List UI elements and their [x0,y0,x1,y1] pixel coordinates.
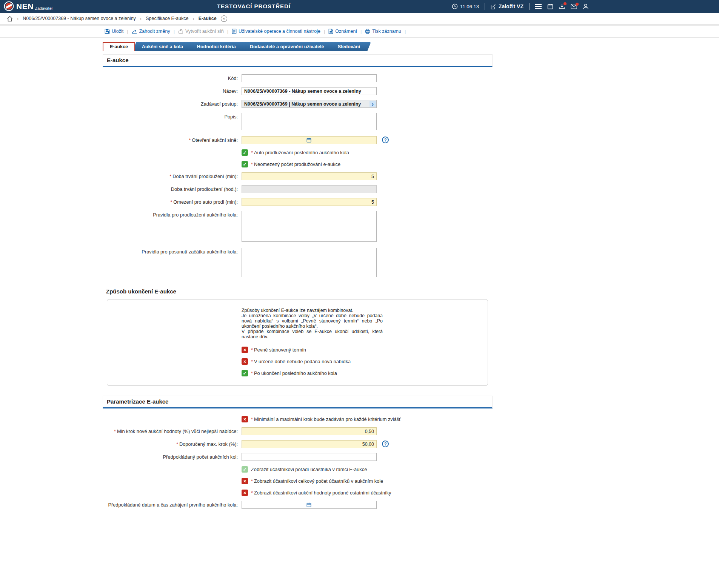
checkbox-label-aukcni-hodnoty-ostatnich: *Zobrazit účastníkovi aukční hodnoty pod… [251,490,391,496]
kod-input[interactable] [242,74,377,82]
checkbox-auto-prodluzovani[interactable]: ✓ [242,149,248,156]
max-krok-label: *Doporučený max. krok (%): [103,440,242,447]
document-gear-icon [232,29,237,34]
checkbox-v-urcene-dobe[interactable]: × [242,358,248,365]
save-label: Uložit [112,29,123,34]
clock-group: 11:06:13 [452,3,479,9]
save-icon [105,29,110,34]
announcement-button[interactable]: Oznámení [328,29,357,34]
breadcrumb: › N006/25/V00007369 - Nákup semen ovoce … [0,13,719,24]
doba-trvani-min-input[interactable] [242,172,377,180]
checkbox-po-ukonceni-kola[interactable]: ✓ [242,370,248,376]
breadcrumb-item-vz[interactable]: N006/25/V00007369 - Nákup semen ovoce a … [23,16,136,21]
min-krok-input[interactable] [242,427,377,435]
pravidla-posunuti-textarea[interactable] [242,248,377,277]
tab-label: E-aukce [110,44,128,49]
tab-label: Hodnotící kritéria [197,42,236,51]
omezeni-auto-prodl-label: *Omezení pro auto prodl (min): [103,198,242,205]
person-icon [583,3,589,9]
max-krok-input[interactable] [242,440,377,448]
e-aukce-form: Kód: Název: Zadávací postup: › Popis: [103,67,493,278]
nazev-label: Název: [103,87,242,94]
tab-label: Aukční síně a kola [142,42,183,51]
checkbox-label-po-ukonceni-kola: *Po ukončení posledního aukčního kola [251,370,337,376]
tab-hodnotici-kriteria[interactable]: Hodnotící kritéria [188,42,246,51]
doba-trvani-min-label: *Doba trvání prodloužení (min): [103,172,242,179]
print-record-label: Tisk záznamu [372,29,401,34]
pravidla-prodlouzeni-textarea[interactable] [242,211,377,242]
discard-changes-button[interactable]: Zahodit změny [132,29,170,34]
min-krok-label: *Min krok nové aukční hodnoty (%) vůči n… [103,427,242,434]
separator [529,3,530,10]
help-icon[interactable]: ? [382,137,389,143]
downloads-button[interactable] [559,3,565,9]
omezeni-auto-prodl-input[interactable] [242,198,377,206]
kod-label: Kód: [103,74,242,81]
menu-button[interactable] [535,4,542,9]
checkbox-poradi-ucastnika: ✓ [242,466,248,473]
checkbox-neomezeny-pocet[interactable]: ✓ [242,161,248,167]
home-button[interactable] [7,16,13,21]
save-button[interactable]: Uložit [105,29,123,34]
zadavaci-postup-label: Zadávací postup: [103,100,242,107]
pravidla-posunuti-label: Pravidla pro posunutí začátku aukčního k… [103,248,242,255]
print-record-button[interactable]: Tisk záznamu [365,29,401,34]
discard-label: Zahodit změny [139,29,170,34]
pravidla-prodlouzeni-label: Pravidla pro prodloužení aukčního kola: [103,211,242,218]
tab-dodavatele-a-opravneni-uzivatele[interactable]: Dodavatelé a oprávnění uživatelé [240,42,335,51]
create-auction-room-button: Vytvořit aukční síň [178,29,224,34]
help-icon[interactable]: ? [382,441,389,447]
messages-button[interactable] [571,4,577,9]
section-title-e-aukce: E-aukce [103,54,493,67]
home-icon [7,16,13,21]
doba-trvani-hod-input [242,185,377,193]
close-icon[interactable]: × [221,15,227,22]
messages-badge [576,3,579,6]
undo-arrow-icon [132,29,137,34]
checkbox-min-max-krok[interactable]: × [242,416,248,422]
doba-trvani-hod-label: Doba trvání prodloužení (hod.): [103,185,242,192]
tab-sledovani[interactable]: Sledování [328,42,371,51]
zadavaci-postup-input[interactable] [242,100,377,108]
toolbar-separator: | [227,29,228,34]
toolbar-separator: | [360,29,362,34]
open-record-chevron-icon[interactable]: › [370,101,376,107]
checkbox-label-poradi-ucastnika: Zobrazit účastníkovi pořadí účastníka v … [251,467,367,472]
downloads-badge [563,2,567,5]
calendar-button[interactable] [547,3,553,9]
section-title-parametrizace: Parametrizace E-aukce [103,396,493,408]
clock-icon [452,3,458,9]
otevreni-aukcni-sine-label: *Otevření aukční síně: [103,136,242,143]
popis-textarea[interactable] [242,113,377,130]
auction-room-icon [178,29,183,34]
checkbox-pevne-stanoveny-termin[interactable]: × [242,347,248,353]
record-toolbar: Uložit | Zahodit změny | Vytvořit aukční… [0,26,719,38]
tab-aukcni-sine-a-kola[interactable]: Aukční síně a kola [132,42,194,51]
checkbox-celkovy-pocet-ucastniku[interactable]: × [242,478,248,484]
date-picker-calendar-icon[interactable] [306,502,311,507]
profile-button[interactable] [583,3,589,9]
separator [485,3,485,10]
pocet-kol-input[interactable] [242,453,377,461]
pocet-kol-label: Předpokládaný počet aukčních kol: [103,453,242,460]
date-picker-calendar-icon[interactable] [306,138,311,143]
edit-icon [491,4,496,9]
breadcrumb-item-specifikace[interactable]: Specifikace E-aukce [146,16,188,21]
nazev-input[interactable] [242,87,377,95]
breadcrumb-separator: › [192,16,194,21]
top-right-controls: 11:06:13 Založit VZ [452,0,589,13]
user-operations-label: Uživatelské operace a činnosti nástroje [239,29,320,34]
checkbox-aukcni-hodnoty-ostatnich[interactable]: × [242,490,248,496]
tab-e-aukce[interactable]: E-aukce [103,42,135,51]
toolbar-separator: | [127,29,128,34]
tab-label: Sledování [338,42,360,51]
announcement-label: Oznámení [335,29,357,34]
clock-time: 11:06:13 [460,4,479,9]
printer-icon [365,29,370,34]
user-operations-button[interactable]: Uživatelské operace a činnosti nástroje [232,29,320,34]
create-vz-button[interactable]: Založit VZ [491,3,523,9]
create-auction-room-label: Vytvořit aukční síň [185,29,224,34]
checkbox-label-min-max-krok: *Minimální a maximální krok bude zadáván… [251,416,401,422]
breadcrumb-separator: › [140,16,142,21]
breadcrumb-separator: › [17,16,18,21]
